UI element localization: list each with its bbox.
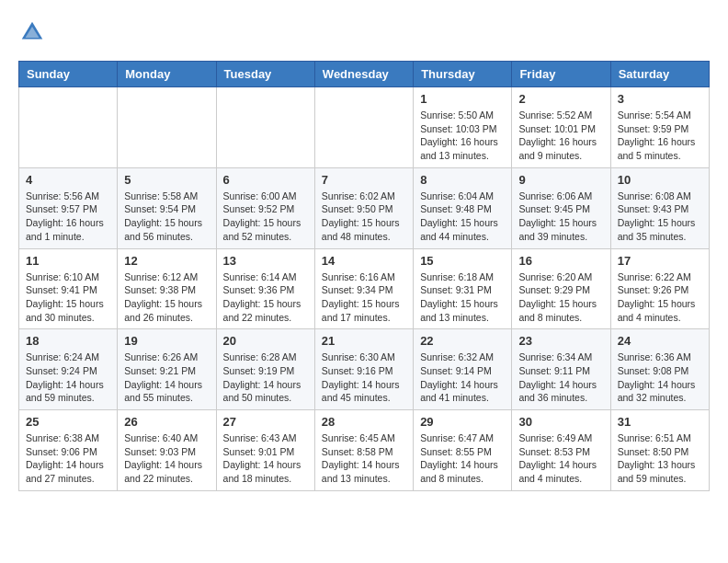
day-info: Sunrise: 6:34 AM Sunset: 9:11 PM Dayligh… [518,350,603,405]
day-number: 29 [420,415,505,429]
day-number: 6 [223,173,308,187]
day-info: Sunrise: 6:28 AM Sunset: 9:19 PM Dayligh… [223,350,308,405]
calendar-cell: 3Sunrise: 5:54 AM Sunset: 9:59 PM Daylig… [610,87,709,168]
calendar-week-row: 1Sunrise: 5:50 AM Sunset: 10:03 PM Dayli… [19,87,710,168]
day-number: 16 [518,254,603,268]
day-number: 3 [618,92,702,106]
calendar-week-row: 18Sunrise: 6:24 AM Sunset: 9:24 PM Dayli… [19,329,710,410]
day-number: 8 [420,173,505,187]
calendar-cell: 25Sunrise: 6:38 AM Sunset: 9:06 PM Dayli… [19,410,118,491]
calendar-cell [314,87,413,168]
day-number: 15 [420,254,505,268]
page-header [18,18,710,46]
day-info: Sunrise: 6:38 AM Sunset: 9:06 PM Dayligh… [26,431,110,486]
calendar-cell: 29Sunrise: 6:47 AM Sunset: 8:55 PM Dayli… [414,410,512,491]
calendar-header-row: SundayMondayTuesdayWednesdayThursdayFrid… [19,62,710,87]
day-info: Sunrise: 5:52 AM Sunset: 10:01 PM Daylig… [518,109,603,163]
calendar-header-wednesday: Wednesday [314,62,413,87]
calendar-cell: 28Sunrise: 6:45 AM Sunset: 8:58 PM Dayli… [314,410,413,491]
day-number: 2 [518,92,603,106]
calendar-cell: 23Sunrise: 6:34 AM Sunset: 9:11 PM Dayli… [512,329,610,410]
logo [18,18,50,46]
day-info: Sunrise: 6:14 AM Sunset: 9:36 PM Dayligh… [223,270,308,325]
day-info: Sunrise: 6:20 AM Sunset: 9:29 PM Dayligh… [518,270,603,325]
day-info: Sunrise: 6:51 AM Sunset: 8:50 PM Dayligh… [618,431,702,486]
day-number: 25 [26,415,110,429]
day-info: Sunrise: 6:16 AM Sunset: 9:34 PM Dayligh… [322,270,406,325]
calendar-cell: 24Sunrise: 6:36 AM Sunset: 9:08 PM Dayli… [610,329,709,410]
calendar-cell: 18Sunrise: 6:24 AM Sunset: 9:24 PM Dayli… [19,329,118,410]
calendar-cell: 30Sunrise: 6:49 AM Sunset: 8:53 PM Dayli… [512,410,610,491]
calendar-cell: 2Sunrise: 5:52 AM Sunset: 10:01 PM Dayli… [512,87,610,168]
day-info: Sunrise: 6:22 AM Sunset: 9:26 PM Dayligh… [618,270,702,325]
calendar-cell: 10Sunrise: 6:08 AM Sunset: 9:43 PM Dayli… [610,167,709,248]
calendar-cell: 14Sunrise: 6:16 AM Sunset: 9:34 PM Dayli… [314,248,413,329]
calendar-cell: 21Sunrise: 6:30 AM Sunset: 9:16 PM Dayli… [314,329,413,410]
day-info: Sunrise: 6:26 AM Sunset: 9:21 PM Dayligh… [124,350,209,405]
logo-icon [18,18,46,46]
calendar-cell: 8Sunrise: 6:04 AM Sunset: 9:48 PM Daylig… [414,167,512,248]
calendar-cell [216,87,314,168]
calendar-week-row: 11Sunrise: 6:10 AM Sunset: 9:41 PM Dayli… [19,248,710,329]
day-number: 9 [518,173,603,187]
day-info: Sunrise: 6:45 AM Sunset: 8:58 PM Dayligh… [322,431,406,486]
calendar-cell: 4Sunrise: 5:56 AM Sunset: 9:57 PM Daylig… [19,167,118,248]
day-info: Sunrise: 6:02 AM Sunset: 9:50 PM Dayligh… [322,190,406,244]
day-number: 17 [618,254,702,268]
calendar-cell: 17Sunrise: 6:22 AM Sunset: 9:26 PM Dayli… [610,248,709,329]
day-number: 10 [618,173,702,187]
day-number: 11 [26,254,110,268]
day-number: 28 [322,415,406,429]
calendar-header-saturday: Saturday [610,62,709,87]
calendar-cell: 19Sunrise: 6:26 AM Sunset: 9:21 PM Dayli… [118,329,216,410]
calendar-cell: 15Sunrise: 6:18 AM Sunset: 9:31 PM Dayli… [414,248,512,329]
day-info: Sunrise: 6:04 AM Sunset: 9:48 PM Dayligh… [420,190,505,244]
day-number: 5 [124,173,209,187]
calendar-cell: 6Sunrise: 6:00 AM Sunset: 9:52 PM Daylig… [216,167,314,248]
calendar-cell: 27Sunrise: 6:43 AM Sunset: 9:01 PM Dayli… [216,410,314,491]
day-number: 20 [223,334,308,348]
day-info: Sunrise: 6:00 AM Sunset: 9:52 PM Dayligh… [223,190,308,244]
day-number: 1 [420,92,505,106]
calendar-cell: 26Sunrise: 6:40 AM Sunset: 9:03 PM Dayli… [118,410,216,491]
calendar-header-tuesday: Tuesday [216,62,314,87]
calendar-cell: 1Sunrise: 5:50 AM Sunset: 10:03 PM Dayli… [414,87,512,168]
day-number: 12 [124,254,209,268]
calendar-cell: 5Sunrise: 5:58 AM Sunset: 9:54 PM Daylig… [118,167,216,248]
day-info: Sunrise: 6:36 AM Sunset: 9:08 PM Dayligh… [618,350,702,405]
calendar-header-friday: Friday [512,62,610,87]
calendar-cell: 31Sunrise: 6:51 AM Sunset: 8:50 PM Dayli… [610,410,709,491]
calendar-cell: 22Sunrise: 6:32 AM Sunset: 9:14 PM Dayli… [414,329,512,410]
day-number: 31 [618,415,702,429]
calendar-cell: 11Sunrise: 6:10 AM Sunset: 9:41 PM Dayli… [19,248,118,329]
day-info: Sunrise: 6:40 AM Sunset: 9:03 PM Dayligh… [124,431,209,486]
day-info: Sunrise: 6:43 AM Sunset: 9:01 PM Dayligh… [223,431,308,486]
day-info: Sunrise: 6:32 AM Sunset: 9:14 PM Dayligh… [420,350,505,405]
calendar-cell [118,87,216,168]
calendar-header-sunday: Sunday [19,62,118,87]
calendar-week-row: 4Sunrise: 5:56 AM Sunset: 9:57 PM Daylig… [19,167,710,248]
day-number: 22 [420,334,505,348]
day-info: Sunrise: 6:24 AM Sunset: 9:24 PM Dayligh… [26,350,110,405]
calendar-cell: 13Sunrise: 6:14 AM Sunset: 9:36 PM Dayli… [216,248,314,329]
calendar-week-row: 25Sunrise: 6:38 AM Sunset: 9:06 PM Dayli… [19,410,710,491]
calendar-cell: 20Sunrise: 6:28 AM Sunset: 9:19 PM Dayli… [216,329,314,410]
day-info: Sunrise: 6:49 AM Sunset: 8:53 PM Dayligh… [518,431,603,486]
day-number: 26 [124,415,209,429]
day-info: Sunrise: 6:47 AM Sunset: 8:55 PM Dayligh… [420,431,505,486]
day-info: Sunrise: 5:54 AM Sunset: 9:59 PM Dayligh… [618,109,702,163]
calendar-header-thursday: Thursday [414,62,512,87]
day-number: 18 [26,334,110,348]
day-number: 27 [223,415,308,429]
calendar-cell: 7Sunrise: 6:02 AM Sunset: 9:50 PM Daylig… [314,167,413,248]
calendar-cell: 16Sunrise: 6:20 AM Sunset: 9:29 PM Dayli… [512,248,610,329]
day-number: 19 [124,334,209,348]
day-number: 23 [518,334,603,348]
calendar-cell: 12Sunrise: 6:12 AM Sunset: 9:38 PM Dayli… [118,248,216,329]
day-info: Sunrise: 6:30 AM Sunset: 9:16 PM Dayligh… [322,350,406,405]
day-number: 24 [618,334,702,348]
day-number: 14 [322,254,406,268]
day-number: 13 [223,254,308,268]
day-number: 30 [518,415,603,429]
day-info: Sunrise: 5:50 AM Sunset: 10:03 PM Daylig… [420,109,505,163]
